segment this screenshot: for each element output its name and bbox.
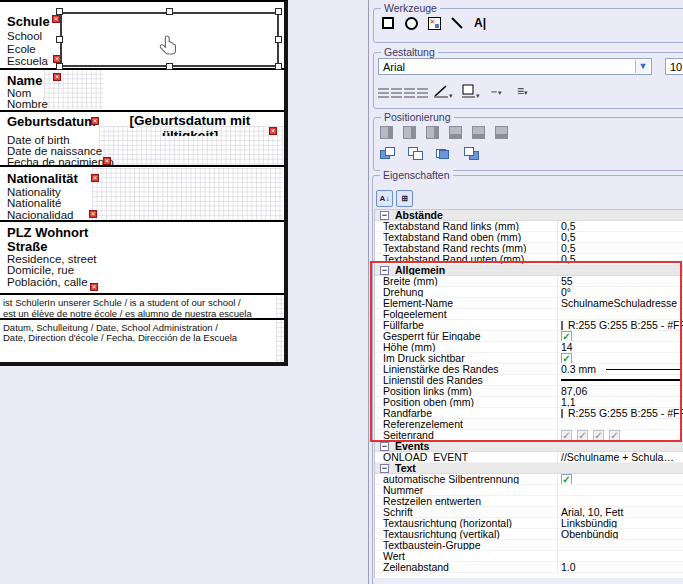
prop-value[interactable]: 0.3 mm: [557, 364, 683, 375]
prop-value[interactable]: 55: [557, 276, 683, 287]
collapse-icon[interactable]: −: [380, 266, 389, 275]
prop-value[interactable]: [557, 309, 683, 320]
border-style-button[interactable]: ┅▾: [491, 85, 502, 97]
selected-form-element[interactable]: [60, 12, 279, 67]
send-backward-button[interactable]: [408, 147, 423, 161]
prop-row-linienstil-des-randes[interactable]: Linienstil des Randes: [375, 375, 683, 386]
prop-row-seitenrand[interactable]: Seitenrand✓✓✓✓: [375, 430, 683, 441]
collapse-icon[interactable]: −: [380, 464, 389, 473]
font-size-input[interactable]: 10: [665, 58, 683, 75]
prop-value[interactable]: 1,1: [557, 397, 683, 408]
align-right-edges-button[interactable]: [426, 126, 439, 139]
prop-row-textausrichtung-horizontal[interactable]: Textausrichtung (horizontal)Linksbündig: [375, 518, 683, 529]
section-header-text[interactable]: −Text: [375, 463, 683, 474]
separator-line[interactable]: [0, 318, 284, 320]
prop-row-textausrichtung-vertikal[interactable]: Textausrichtung (vertikal)Obenbündig: [375, 529, 683, 540]
prop-value[interactable]: ✓: [557, 474, 683, 485]
ellipse-tool-button[interactable]: [402, 14, 420, 32]
prop-row-textabstand-rand-oben-mm[interactable]: Textabstand Rand oben (mm)0,5: [375, 232, 683, 243]
field-label-poblacion[interactable]: Población, calle: [7, 276, 88, 288]
field-label-schule[interactable]: Schule: [7, 14, 50, 29]
prop-row-textbaustein-gruppe[interactable]: Textbaustein-Gruppe: [375, 540, 683, 551]
line-spacing-button[interactable]: ≡▾: [517, 84, 528, 98]
checkbox-icon[interactable]: ✓: [561, 474, 572, 485]
prop-value[interactable]: R:255 G:255 B:255 - #FFFFFF: [557, 320, 683, 331]
chevron-down-icon[interactable]: ▼: [635, 60, 650, 73]
checkbox-icon[interactable]: ✓: [561, 331, 572, 342]
separator-line[interactable]: [0, 165, 284, 167]
align-left-edges-button[interactable]: [380, 126, 393, 139]
sort-alphabetical-button[interactable]: A↓: [376, 190, 393, 207]
resize-handle-n[interactable]: [166, 8, 173, 15]
align-tops-button[interactable]: [449, 126, 462, 139]
prop-row-position-links-mm[interactable]: Position links (mm)87,06: [375, 386, 683, 397]
prop-row-breite-mm[interactable]: Breite (mm)55: [375, 276, 683, 287]
prop-value[interactable]: 1.0: [557, 562, 683, 573]
prop-row-textabstand-rand-links-mm[interactable]: Textabstand Rand links (mm)0,5: [375, 221, 683, 232]
line-color-button[interactable]: ▾: [433, 84, 453, 100]
prop-value[interactable]: [557, 485, 683, 496]
collapse-icon[interactable]: −: [380, 211, 389, 220]
prop-value[interactable]: [557, 375, 683, 386]
field-label-name[interactable]: Name: [7, 73, 42, 88]
bring-to-front-button[interactable]: [436, 147, 451, 161]
prop-value[interactable]: Arial, 10, Fett: [557, 507, 683, 518]
prop-value[interactable]: 14: [557, 342, 683, 353]
broken-image-icon[interactable]: ✕: [90, 283, 98, 291]
resize-handle-nw[interactable]: [56, 8, 63, 15]
prop-row-linienstärke-des-randes[interactable]: Linienstärke des Randes0.3 mm: [375, 364, 683, 375]
prop-row-textabstand-rand-unten-mm[interactable]: Textabstand Rand unten (mm)0,5: [375, 254, 683, 265]
prop-row-folgeelement[interactable]: Folgeelement: [375, 309, 683, 320]
broken-image-icon[interactable]: ✕: [53, 73, 61, 81]
broken-image-icon[interactable]: ✕: [269, 127, 277, 135]
prop-row-drehung[interactable]: Drehung0°: [375, 287, 683, 298]
separator-line[interactable]: [0, 110, 284, 112]
text-tool-button[interactable]: A|: [471, 14, 489, 32]
prop-value[interactable]: 0°: [557, 287, 683, 298]
align-v-centers-button[interactable]: [472, 126, 485, 139]
bring-forward-button[interactable]: [380, 147, 395, 161]
geburtsdatum-placeholder-field[interactable]: [Geburtsdatum mit ültigkeit]: [99, 113, 281, 136]
prop-row-randfarbe[interactable]: RandfarbeR:255 G:255 B:255 - #FFFFFF: [375, 408, 683, 419]
prop-row-restzeilen-entwerten[interactable]: Restzeilen entwerten: [375, 496, 683, 507]
prop-value[interactable]: SchulnameSchuladresse: [557, 298, 683, 309]
prop-row-wert[interactable]: Wert: [375, 551, 683, 562]
prop-value[interactable]: 0,5: [557, 221, 683, 232]
prop-row-schrift[interactable]: SchriftArial, 10, Fett: [375, 507, 683, 518]
align-left-button[interactable]: [378, 88, 389, 99]
rectangle-tool-button[interactable]: [379, 14, 397, 32]
send-to-back-button[interactable]: [464, 147, 479, 161]
prop-value[interactable]: ✓: [557, 331, 683, 342]
resize-handle-se[interactable]: [275, 63, 282, 70]
prop-value[interactable]: 0,5: [557, 254, 683, 265]
prop-row-gesperrt-für-eingabe[interactable]: Gesperrt für Eingabe✓: [375, 331, 683, 342]
prop-row-zeilenabstand[interactable]: Zeilenabstand1.0: [375, 562, 683, 573]
broken-image-icon[interactable]: ✕: [52, 15, 60, 23]
prop-value[interactable]: [557, 551, 683, 562]
separator-line[interactable]: [0, 220, 284, 222]
fill-color-button[interactable]: ▾: [461, 84, 480, 100]
prop-value[interactable]: Obenbündig: [557, 529, 683, 540]
font-family-select[interactable]: Arial ▼: [378, 58, 652, 75]
prop-row-position-oben-mm[interactable]: Position oben (mm)1,1: [375, 397, 683, 408]
line-tool-button[interactable]: [448, 14, 466, 32]
prop-value[interactable]: 87,06: [557, 386, 683, 397]
field-label-strasse[interactable]: Straße: [7, 239, 47, 254]
prop-value[interactable]: R:255 G:255 B:255 - #FFFFFF: [557, 408, 683, 419]
field-label-domicile[interactable]: Domicile, rue: [7, 264, 74, 276]
align-justify-button[interactable]: [417, 88, 428, 99]
resize-handle-sw[interactable]: [56, 63, 63, 70]
broken-image-icon[interactable]: ✕: [91, 117, 99, 125]
align-bottoms-button[interactable]: [495, 126, 508, 139]
image-tool-button[interactable]: [425, 14, 443, 32]
footer-text-line[interactable]: Date, Direction d'école / Fecha, Direcci…: [3, 332, 237, 343]
resize-handle-e[interactable]: [275, 36, 282, 43]
separator-line[interactable]: [0, 293, 284, 295]
align-right-button[interactable]: [404, 88, 415, 99]
section-header-abstände[interactable]: −Abstände: [375, 210, 683, 221]
prop-value[interactable]: ✓✓✓✓: [557, 430, 683, 441]
align-center-button[interactable]: [391, 88, 402, 99]
prop-row-automatische-silbentrennung[interactable]: automatische Silbentrennung✓: [375, 474, 683, 485]
prop-row-füllfarbe[interactable]: FüllfarbeR:255 G:255 B:255 - #FFFFFF: [375, 320, 683, 331]
field-label-nationalite[interactable]: Nationalité: [7, 197, 61, 209]
